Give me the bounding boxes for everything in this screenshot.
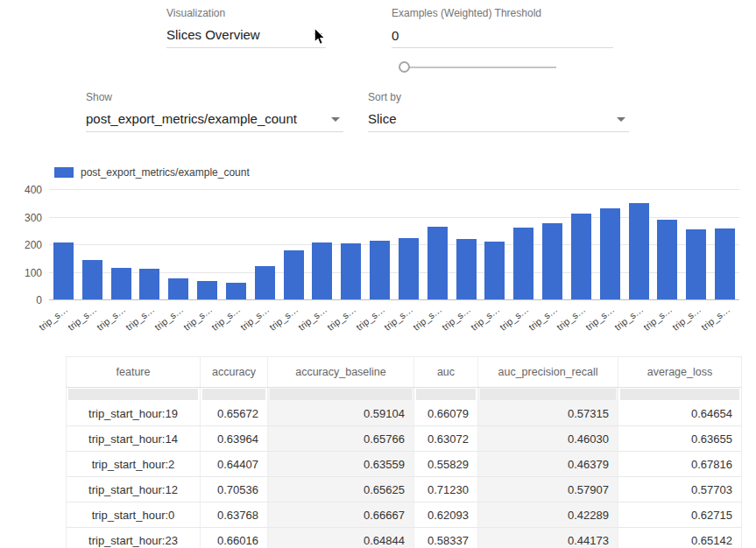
metric-cell: 0.57907 bbox=[478, 477, 618, 502]
metric-cell: 0.59104 bbox=[268, 401, 414, 425]
table-row[interactable]: trip_start_hour:190.656720.591040.660790… bbox=[67, 401, 741, 426]
threshold-input[interactable] bbox=[392, 23, 613, 48]
filter-cell bbox=[201, 388, 268, 401]
metric-cell: 0.42289 bbox=[478, 502, 618, 527]
table-row[interactable]: trip_start_hour:230.660160.648440.583370… bbox=[67, 528, 741, 548]
metric-cell: 0.66016 bbox=[201, 528, 268, 548]
table-row[interactable]: trip_start_hour:20.644070.635590.558290.… bbox=[67, 452, 741, 477]
bar[interactable] bbox=[513, 228, 533, 299]
table-body: trip_start_hour:190.656720.591040.660790… bbox=[67, 401, 741, 548]
metric-cell: 0.63964 bbox=[201, 426, 268, 451]
bar[interactable] bbox=[312, 242, 332, 299]
feature-cell: trip_start_hour:14 bbox=[67, 426, 201, 451]
show-control: Show post_export_metrics/example_count bbox=[86, 91, 343, 132]
visualization-control: Visualization Slices Overview bbox=[166, 7, 326, 48]
metric-cell: 0.65142 bbox=[618, 528, 741, 548]
metric-cell: 0.57315 bbox=[478, 401, 618, 425]
show-select[interactable]: post_export_metrics/example_count bbox=[86, 107, 343, 132]
metric-cell: 0.64654 bbox=[618, 401, 741, 425]
gridline bbox=[49, 189, 739, 190]
metric-cell: 0.64407 bbox=[201, 452, 268, 476]
table-row[interactable]: trip_start_hour:140.639640.657660.630720… bbox=[67, 426, 741, 452]
table-row[interactable]: trip_start_hour:120.705360.656250.712300… bbox=[67, 477, 741, 502]
metric-cell: 0.71230 bbox=[414, 477, 478, 502]
bar[interactable] bbox=[456, 239, 477, 299]
dropdown-arrow-icon bbox=[617, 117, 625, 122]
column-filter-input[interactable] bbox=[270, 389, 412, 400]
metric-cell: 0.55829 bbox=[414, 452, 478, 476]
metrics-table: featureaccuracyaccuracy_baselineaucauc_p… bbox=[66, 356, 742, 548]
column-header-auc_precision_recall[interactable]: auc_precision_recall bbox=[478, 357, 618, 387]
feature-cell: trip_start_hour:12 bbox=[67, 477, 201, 502]
column-header-accuracy[interactable]: accuracy bbox=[201, 357, 268, 387]
bar[interactable] bbox=[686, 229, 706, 299]
column-filter-input[interactable] bbox=[480, 389, 616, 400]
sort-by-value: Slice bbox=[368, 111, 397, 126]
bar-chart-plot: 0100200300400trip_s…trip_s…trip_s…trip_s… bbox=[49, 190, 739, 300]
bar[interactable] bbox=[53, 242, 74, 299]
bar[interactable] bbox=[484, 242, 505, 299]
column-filter-input[interactable] bbox=[202, 389, 265, 400]
bar[interactable] bbox=[139, 269, 159, 299]
feature-cell: trip_start_hour:23 bbox=[67, 528, 201, 548]
filter-cell bbox=[268, 388, 414, 401]
column-filter-input[interactable] bbox=[620, 389, 739, 400]
metric-cell: 0.58337 bbox=[414, 528, 478, 548]
threshold-slider[interactable] bbox=[399, 60, 556, 74]
bar[interactable] bbox=[255, 266, 275, 299]
metric-cell: 0.57703 bbox=[618, 477, 741, 502]
column-header-feature[interactable]: feature bbox=[67, 357, 201, 387]
bar[interactable] bbox=[341, 243, 361, 299]
metric-cell: 0.62715 bbox=[618, 502, 741, 527]
visualization-value: Slices Overview bbox=[166, 27, 260, 42]
column-filter-input[interactable] bbox=[68, 389, 198, 400]
bar[interactable] bbox=[399, 238, 419, 299]
filter-cell bbox=[478, 388, 618, 401]
bar[interactable] bbox=[629, 203, 649, 299]
bar[interactable] bbox=[226, 283, 246, 299]
bar[interactable] bbox=[600, 208, 620, 299]
show-value: post_export_metrics/example_count bbox=[86, 111, 297, 126]
table-header-row: featureaccuracyaccuracy_baselineaucauc_p… bbox=[67, 357, 741, 388]
filter-cell bbox=[414, 388, 478, 401]
bar[interactable] bbox=[111, 268, 131, 299]
feature-cell: trip_start_hour:0 bbox=[67, 502, 201, 527]
metric-cell: 0.63072 bbox=[414, 426, 478, 451]
metric-cell: 0.63768 bbox=[201, 502, 268, 527]
sort-by-control: Sort by Slice bbox=[368, 91, 629, 132]
x-axis-tick-label: trip_s… bbox=[676, 304, 731, 350]
visualization-select[interactable]: Slices Overview bbox=[166, 23, 326, 48]
sort-by-select[interactable]: Slice bbox=[368, 107, 629, 132]
filter-cell bbox=[618, 388, 741, 401]
metric-cell: 0.46030 bbox=[478, 426, 618, 451]
metric-cell: 0.65625 bbox=[268, 477, 414, 502]
bar[interactable] bbox=[571, 214, 591, 299]
column-header-average_loss[interactable]: average_loss bbox=[618, 357, 741, 387]
bar[interactable] bbox=[168, 278, 188, 299]
bar[interactable] bbox=[715, 228, 735, 299]
bar[interactable] bbox=[197, 281, 217, 299]
metric-cell: 0.46379 bbox=[478, 452, 618, 476]
bar[interactable] bbox=[657, 220, 677, 299]
slider-knob-icon[interactable] bbox=[399, 61, 410, 73]
threshold-control: Examples (Weighted) Threshold bbox=[392, 7, 613, 48]
metric-cell: 0.63655 bbox=[618, 426, 741, 451]
y-axis-tick-label: 100 bbox=[2, 267, 42, 279]
slicing-metrics-page: Visualization Slices Overview Examples (… bbox=[0, 0, 756, 548]
table-row[interactable]: trip_start_hour:00.637680.666670.620930.… bbox=[67, 502, 741, 528]
bar[interactable] bbox=[284, 250, 304, 299]
metric-cell: 0.63559 bbox=[268, 452, 414, 476]
show-label: Show bbox=[86, 91, 343, 104]
bar[interactable] bbox=[427, 227, 448, 299]
y-axis-tick-label: 0 bbox=[2, 294, 42, 306]
bar[interactable] bbox=[370, 241, 390, 299]
column-header-auc[interactable]: auc bbox=[414, 357, 478, 387]
legend-swatch bbox=[54, 167, 74, 178]
chart-legend: post_export_metrics/example_count bbox=[54, 166, 250, 179]
bar[interactable] bbox=[82, 260, 102, 299]
column-header-accuracy_baseline[interactable]: accuracy_baseline bbox=[268, 357, 414, 387]
bar[interactable] bbox=[542, 223, 562, 299]
gridline bbox=[49, 299, 739, 300]
slider-track bbox=[406, 67, 556, 68]
column-filter-input[interactable] bbox=[416, 389, 476, 400]
